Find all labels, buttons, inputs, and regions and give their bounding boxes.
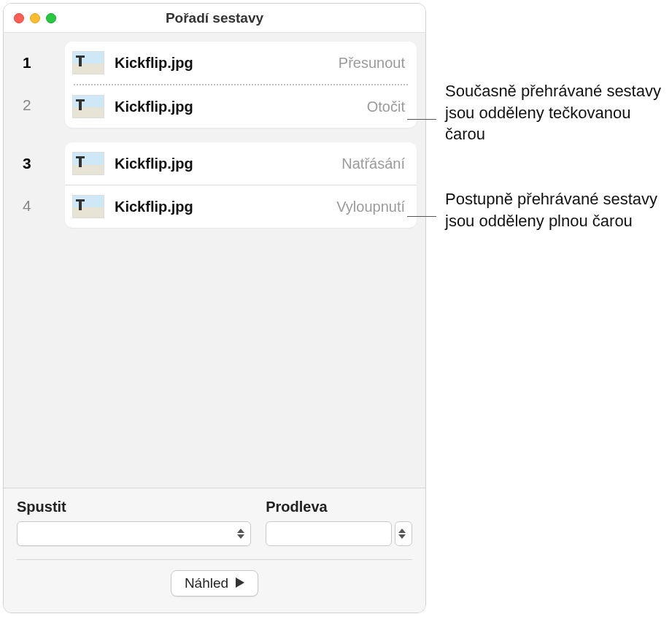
order-numbers: 1 2 <box>12 42 65 128</box>
run-select[interactable] <box>17 521 251 546</box>
build-card: Kickflip.jpg Natřásání Kickflip.jpg Vylo… <box>65 142 417 228</box>
zoom-window-button[interactable] <box>46 13 56 23</box>
effect-label: Otočit <box>367 99 405 115</box>
thumbnail-icon <box>72 152 104 175</box>
svg-marker-2 <box>398 529 406 533</box>
build-row[interactable]: Kickflip.jpg Otočit <box>65 85 417 128</box>
effect-label: Přesunout <box>339 55 405 72</box>
divider <box>17 559 412 560</box>
svg-marker-4 <box>236 577 244 588</box>
updown-icon <box>237 529 244 539</box>
annotations: Současně přehrávané sestavy jsou oddělen… <box>426 0 672 641</box>
close-window-button[interactable] <box>14 13 24 23</box>
thumbnail-icon <box>72 51 104 74</box>
build-order-list: 1 2 Kickflip.jpg Přesunout Kickflip.jpg … <box>4 33 425 488</box>
play-icon <box>236 575 244 591</box>
filename-label: Kickflip.jpg <box>115 55 339 72</box>
callout-text: Postupně přehrávané sestavy jsou oddělen… <box>445 188 664 231</box>
svg-marker-1 <box>237 534 244 539</box>
build-row[interactable]: Kickflip.jpg Natřásání <box>65 142 417 185</box>
filename-label: Kickflip.jpg <box>115 199 336 215</box>
build-order-window: Pořadí sestavy 1 2 Kickflip.jpg Přesunou… <box>3 3 426 613</box>
preview-button[interactable]: Náhled <box>171 570 258 596</box>
order-number: 3 <box>12 142 65 185</box>
order-numbers: 3 4 <box>12 142 65 228</box>
build-row[interactable]: Kickflip.jpg Vyloupnutí <box>65 185 417 228</box>
callout-line <box>407 119 436 120</box>
preview-button-label: Náhled <box>185 575 228 591</box>
build-card: Kickflip.jpg Přesunout Kickflip.jpg Otoč… <box>65 42 417 128</box>
thumbnail-icon <box>72 95 104 118</box>
filename-label: Kickflip.jpg <box>115 156 341 172</box>
effect-label: Natřásání <box>341 156 405 172</box>
order-number: 1 <box>12 42 65 84</box>
callout-line <box>407 216 436 217</box>
thumbnail-icon <box>72 195 104 218</box>
delay-input[interactable] <box>266 521 392 546</box>
svg-marker-3 <box>398 534 406 539</box>
delay-stepper[interactable] <box>395 521 412 546</box>
footer: Spustit Prodleva <box>4 488 425 613</box>
minimize-window-button[interactable] <box>30 13 40 23</box>
effect-label: Vyloupnutí <box>336 199 405 215</box>
window-title: Pořadí sestavy <box>4 10 425 26</box>
build-group: 1 2 Kickflip.jpg Přesunout Kickflip.jpg … <box>12 42 417 128</box>
run-label: Spustit <box>17 499 251 515</box>
build-group: 3 4 Kickflip.jpg Natřásání Kickflip.jpg … <box>12 142 417 228</box>
order-number: 2 <box>12 84 65 126</box>
callout-text: Současně přehrávané sestavy jsou oddělen… <box>445 80 664 145</box>
svg-marker-0 <box>237 529 244 533</box>
order-number: 4 <box>12 185 65 227</box>
traffic-lights <box>14 13 56 23</box>
callout: Současně přehrávané sestavy jsou oddělen… <box>407 80 664 145</box>
delay-label: Prodleva <box>266 499 412 515</box>
build-row[interactable]: Kickflip.jpg Přesunout <box>65 42 417 84</box>
filename-label: Kickflip.jpg <box>115 99 367 115</box>
updown-icon <box>398 529 406 539</box>
titlebar[interactable]: Pořadí sestavy <box>4 4 425 33</box>
callout: Postupně přehrávané sestavy jsou oddělen… <box>407 188 664 231</box>
